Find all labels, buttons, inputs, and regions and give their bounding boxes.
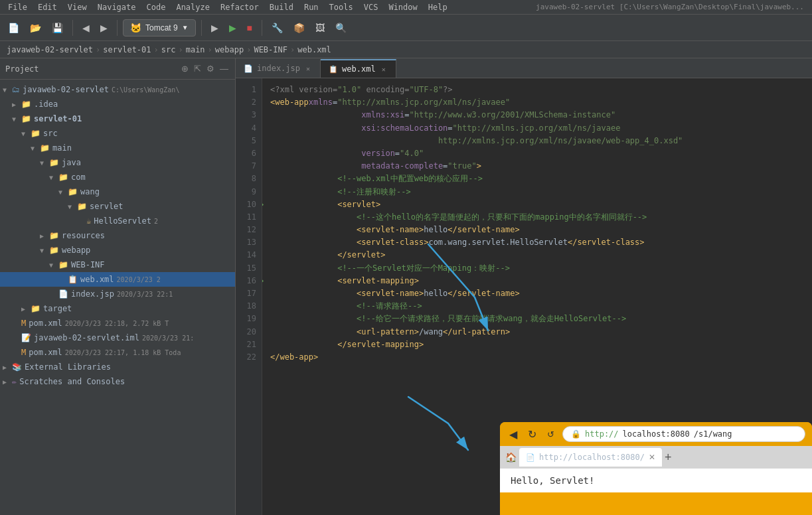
- browser-reload2-btn[interactable]: ↺: [544, 428, 557, 441]
- save-btn[interactable]: 💾: [48, 20, 67, 36]
- breadcrumb-item-1[interactable]: servlet-01: [103, 45, 151, 54]
- tree-item-pomxml1[interactable]: M pom.xml 2020/3/23 22:18, 2.72 kB T: [0, 316, 235, 331]
- add-folder-btn[interactable]: ⊕: [180, 62, 190, 75]
- menu-refactor[interactable]: Refactor: [215, 1, 264, 13]
- open-btn[interactable]: 📂: [26, 20, 45, 36]
- line-num-7: 7: [238, 160, 256, 173]
- menu-edit[interactable]: Edit: [33, 1, 62, 13]
- tree-label-webapp: webapp: [62, 246, 90, 255]
- tree-item-servlet[interactable]: ▼ 📁 servlet: [0, 199, 235, 214]
- menu-run[interactable]: Run: [299, 1, 324, 13]
- code-line-20: <url-pattern>/wang</url-pattern>: [270, 326, 804, 338]
- line-num-21: 21: [238, 338, 256, 351]
- breadcrumb-item-3[interactable]: main: [186, 45, 205, 54]
- menu-view[interactable]: View: [62, 1, 92, 13]
- breadcrumb-item-4[interactable]: webapp: [215, 45, 244, 54]
- menu-code[interactable]: Code: [141, 1, 171, 13]
- browser-tab-close-btn[interactable]: ✕: [649, 453, 655, 462]
- menu-help[interactable]: Help: [423, 1, 453, 13]
- ssl-lock-icon: 🔒: [571, 429, 581, 439]
- tomcat-label: Tomcat 9: [145, 23, 178, 33]
- tree-item-resources[interactable]: ▶ 📁 resources: [0, 228, 235, 243]
- tab-label-indexjsp: index.jsp: [257, 64, 300, 73]
- tree-meta-iml: 2020/3/23 21:: [142, 334, 194, 342]
- tree-item-wang[interactable]: ▼ 📁 wang: [0, 184, 235, 199]
- tree-item-root[interactable]: ▼ 🗂 javaweb-02-servlet C:\Users\WangZan\: [0, 82, 235, 97]
- build-btn[interactable]: 🔧: [268, 20, 287, 36]
- tab-webxml[interactable]: 📋 web.xml ✕: [321, 59, 396, 78]
- breadcrumb-item-0[interactable]: javaweb-02-servlet: [7, 45, 93, 54]
- browser-home-btn[interactable]: 🏠: [505, 452, 517, 463]
- tree-item-indexjsp[interactable]: 📄 index.jsp 2020/3/23 22:1: [0, 287, 235, 301]
- code-line-22: </web-app>: [270, 351, 804, 364]
- tree-label-scratches: Scratches and Consoles: [19, 377, 125, 386]
- tree-item-main[interactable]: ▼ 📁 main: [0, 141, 235, 155]
- breadcrumb-sep-2: ›: [178, 45, 183, 54]
- extlibs-icon: 📚: [12, 362, 22, 372]
- expand-arrow: ▶: [21, 305, 31, 313]
- settings-btn[interactable]: ⚙: [205, 62, 216, 75]
- code-line-16: ◆ <servlet-mapping>: [270, 275, 804, 287]
- tree-label-servlet01: servlet-01: [34, 114, 82, 123]
- back-btn[interactable]: ◀: [78, 20, 94, 36]
- tree-item-src[interactable]: ▼ 📁 src: [0, 126, 235, 141]
- menu-navigate[interactable]: Navigate: [92, 1, 141, 13]
- forward-btn[interactable]: ▶: [96, 20, 112, 36]
- tree-item-helloservlet[interactable]: ☕ HelloServlet 2: [0, 214, 235, 228]
- breadcrumb-item-5[interactable]: WEB-INF: [254, 45, 287, 54]
- tab-close-webxml[interactable]: ✕: [380, 65, 388, 74]
- menu-vcs[interactable]: VCS: [359, 1, 384, 13]
- new-tab-btn[interactable]: +: [665, 451, 672, 465]
- browser-url-bar[interactable]: 🔒 http:// localhost:8080 /s1/wang: [562, 426, 805, 442]
- tab-icon-webxml: 📋: [329, 65, 338, 74]
- close-sidebar-btn[interactable]: —: [218, 62, 230, 75]
- sdk-btn[interactable]: 📦: [289, 20, 309, 36]
- project-path: javaweb-02-servlet [C:\Users\WangZan\Des…: [530, 1, 809, 13]
- tree-item-pomxml2[interactable]: M pom.xml 2020/3/23 22:17, 1.18 kB Toda: [0, 345, 235, 360]
- menu-window[interactable]: Window: [383, 1, 422, 13]
- tab-label-webxml: web.xml: [342, 64, 376, 74]
- menu-build[interactable]: Build: [264, 1, 299, 13]
- browser-reload-btn[interactable]: ↻: [525, 427, 539, 442]
- tree-item-target[interactable]: ▶ 📁 target: [0, 301, 235, 316]
- module-icon: 📁: [21, 114, 31, 123]
- search-btn[interactable]: 🔍: [331, 20, 351, 36]
- editor-tabs: 📄 index.jsp ✕ 📋 web.xml ✕: [236, 58, 812, 78]
- tree-item-idea[interactable]: ▶ 📁 .idea: [0, 97, 235, 111]
- breadcrumb-item-2[interactable]: src: [161, 45, 176, 54]
- debug-btn[interactable]: ▶: [207, 20, 222, 36]
- tree-label-pomxml2: pom.xml: [29, 348, 62, 357]
- tree-item-servlet01[interactable]: ▼ 📁 servlet-01: [0, 111, 235, 126]
- breadcrumb-item-6[interactable]: web.xml: [297, 45, 331, 54]
- tree-item-extlibs[interactable]: ▶ 📚 External Libraries: [0, 360, 235, 374]
- run-btn[interactable]: ▶: [225, 20, 240, 36]
- screenshot-btn[interactable]: 🖼: [311, 20, 329, 36]
- tree-item-com[interactable]: ▼ 📁 com: [0, 170, 235, 184]
- browser-back-btn[interactable]: ◀: [507, 427, 520, 442]
- tree-item-webinf[interactable]: ▼ 📁 WEB-INF: [0, 258, 235, 272]
- breadcrumb-sep-0: ›: [96, 45, 100, 54]
- tab-close-indexjsp[interactable]: ✕: [304, 64, 312, 73]
- browser-tab[interactable]: 📄 http://localhost:8080/ ✕: [519, 448, 662, 467]
- tree-label-target: target: [43, 304, 72, 313]
- tree-item-java[interactable]: ▼ 📁 java: [0, 155, 235, 170]
- collapse-all-btn[interactable]: ⇱: [193, 62, 203, 75]
- tree-item-webxml[interactable]: 📋 web.xml 2020/3/23 2: [0, 272, 235, 287]
- menu-analyze[interactable]: Analyze: [171, 1, 215, 13]
- tree-item-webapp[interactable]: ▼ 📁 webapp: [0, 243, 235, 258]
- line-num-2: 2: [238, 96, 256, 109]
- tree-item-iml[interactable]: 📝 javaweb-02-servlet.iml 2020/3/23 21:: [0, 331, 235, 345]
- tab-indexjsp[interactable]: 📄 index.jsp ✕: [236, 59, 321, 78]
- code-line-9: <!--注册和映射-->: [270, 186, 804, 198]
- main-icon: 📁: [40, 143, 50, 153]
- menu-bar: File Edit View Navigate Code Analyze Ref…: [0, 0, 812, 15]
- menu-tools[interactable]: Tools: [324, 1, 359, 13]
- menu-file[interactable]: File: [3, 1, 33, 13]
- line-num-14: 14: [238, 249, 256, 261]
- pom2-icon: M: [21, 348, 26, 357]
- stop-btn[interactable]: ■: [243, 20, 256, 36]
- line-num-13: 13: [238, 236, 256, 249]
- new-file-btn[interactable]: 📄: [4, 20, 23, 36]
- tree-item-scratches[interactable]: ▶ ✏ Scratches and Consoles: [0, 374, 235, 389]
- tomcat-run-config[interactable]: 🐱 Tomcat 9 ▼: [123, 19, 196, 37]
